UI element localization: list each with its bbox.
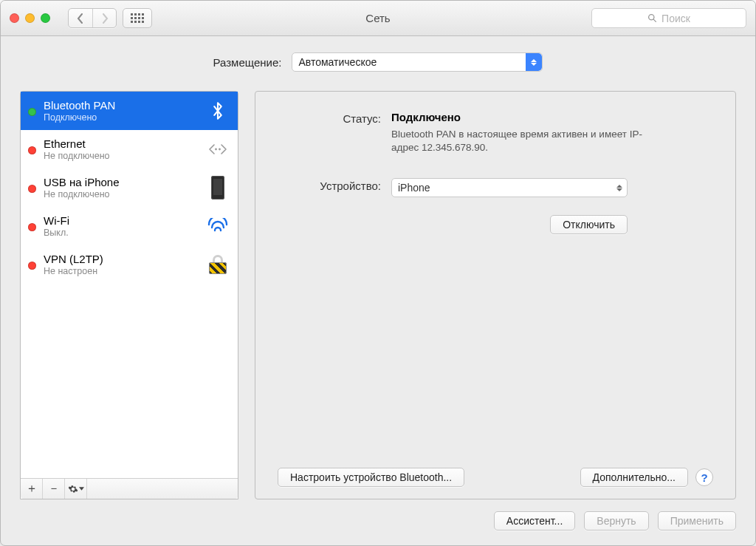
help-button[interactable]: ? bbox=[695, 468, 713, 486]
status-row: Статус: Подключено Bluetooth PAN в насто… bbox=[278, 111, 713, 154]
wifi-icon bbox=[205, 218, 230, 234]
device-select[interactable]: iPhone bbox=[391, 178, 628, 197]
sidebar-item-text: Ethernet Не подключено bbox=[44, 137, 198, 162]
status-value: Подключено bbox=[391, 111, 713, 123]
sidebar-item-vpn[interactable]: VPN (L2TP) Не настроен bbox=[21, 245, 238, 284]
svg-point-2 bbox=[215, 149, 217, 151]
revert-button[interactable]: Вернуть bbox=[584, 511, 648, 530]
sidebar-item-status: Подключено bbox=[44, 112, 198, 123]
configure-bluetooth-button[interactable]: Настроить устройство Bluetooth... bbox=[278, 468, 464, 487]
sidebar-item-usb-iphone[interactable]: USB на iPhone Не подключено bbox=[21, 168, 238, 207]
content: Bluetooth PAN Подключено Ethernet Не под… bbox=[1, 82, 755, 499]
device-row: Устройство: iPhone bbox=[278, 178, 713, 197]
disconnect-button[interactable]: Отключить bbox=[550, 215, 628, 234]
location-row: Размещение: Автоматическое bbox=[1, 36, 755, 82]
advanced-button[interactable]: Дополнительно... bbox=[580, 468, 688, 487]
detail-panel: Статус: Подключено Bluetooth PAN в насто… bbox=[255, 91, 736, 499]
device-value: iPhone bbox=[398, 182, 430, 194]
svg-point-3 bbox=[219, 149, 221, 151]
show-all-button[interactable] bbox=[123, 8, 152, 28]
location-select[interactable]: Автоматическое bbox=[292, 52, 543, 72]
iphone-icon bbox=[205, 176, 230, 199]
bluetooth-icon bbox=[205, 100, 230, 122]
status-dot-icon bbox=[28, 146, 36, 154]
assistant-button[interactable]: Ассистент... bbox=[494, 511, 575, 530]
search-icon bbox=[647, 13, 657, 23]
dropdown-arrows-icon bbox=[526, 53, 542, 71]
sidebar-item-status: Не настроен bbox=[44, 266, 198, 277]
sidebar-footer: ＋ － bbox=[21, 478, 238, 499]
status-dot-icon bbox=[28, 185, 36, 193]
sidebar-item-status: Выкл. bbox=[44, 228, 198, 239]
status-dot-icon bbox=[28, 223, 36, 231]
back-button[interactable] bbox=[69, 9, 92, 27]
sidebar-item-name: VPN (L2TP) bbox=[44, 253, 198, 266]
dropdown-arrows-icon bbox=[616, 185, 622, 191]
search-input[interactable]: Поиск bbox=[591, 8, 746, 28]
add-interface-button[interactable]: ＋ bbox=[21, 479, 43, 499]
forward-button[interactable] bbox=[92, 9, 116, 27]
minimize-button[interactable] bbox=[25, 13, 35, 23]
nav-segmented bbox=[68, 8, 117, 28]
gear-icon bbox=[68, 484, 78, 494]
sidebar-item-ethernet[interactable]: Ethernet Не подключено bbox=[21, 130, 238, 168]
status-value-block: Подключено Bluetooth PAN в настоящее вре… bbox=[391, 111, 713, 154]
grid-icon bbox=[131, 13, 144, 23]
lock-icon bbox=[205, 255, 230, 274]
remove-interface-button[interactable]: － bbox=[43, 479, 65, 499]
ethernet-icon bbox=[205, 141, 230, 157]
interfaces-sidebar: Bluetooth PAN Подключено Ethernet Не под… bbox=[20, 91, 238, 499]
window-controls bbox=[10, 13, 50, 23]
status-label: Статус: bbox=[278, 111, 381, 154]
toolbar-nav bbox=[68, 8, 152, 28]
search-placeholder: Поиск bbox=[662, 13, 690, 24]
sidebar-item-text: VPN (L2TP) Не настроен bbox=[44, 253, 198, 277]
interfaces-list: Bluetooth PAN Подключено Ethernet Не под… bbox=[21, 92, 238, 478]
sidebar-item-status: Не подключено bbox=[44, 151, 198, 162]
interface-actions-button[interactable] bbox=[65, 479, 87, 499]
close-button[interactable] bbox=[10, 13, 19, 23]
status-dot-icon bbox=[28, 108, 36, 116]
status-description: Bluetooth PAN в настоящее время активен … bbox=[391, 128, 642, 154]
preferences-window: Сеть Поиск Размещение: Автоматическое Bl… bbox=[0, 0, 756, 546]
status-dot-icon bbox=[28, 262, 36, 270]
sidebar-item-status: Не подключено bbox=[44, 189, 198, 200]
detail-bottom-row: Настроить устройство Bluetooth... Дополн… bbox=[278, 460, 713, 487]
sidebar-item-name: Ethernet bbox=[44, 137, 198, 151]
location-label: Размещение: bbox=[213, 56, 282, 69]
sidebar-item-name: Bluetooth PAN bbox=[44, 99, 198, 112]
titlebar: Сеть Поиск bbox=[1, 1, 755, 36]
disconnect-row: Отключить bbox=[278, 215, 713, 234]
sidebar-item-name: Wi-Fi bbox=[44, 214, 198, 228]
footer: Ассистент... Вернуть Применить bbox=[1, 499, 755, 545]
device-label: Устройство: bbox=[278, 178, 381, 197]
sidebar-item-text: USB на iPhone Не подключено bbox=[44, 176, 198, 200]
svg-line-1 bbox=[653, 19, 656, 21]
apply-button[interactable]: Применить bbox=[658, 511, 736, 530]
zoom-button[interactable] bbox=[41, 13, 50, 23]
chevron-down-icon bbox=[79, 487, 84, 491]
sidebar-item-name: USB на iPhone bbox=[44, 176, 198, 189]
sidebar-item-bluetooth-pan[interactable]: Bluetooth PAN Подключено bbox=[21, 92, 238, 130]
location-value: Автоматическое bbox=[298, 56, 377, 68]
sidebar-item-text: Wi-Fi Выкл. bbox=[44, 214, 198, 239]
sidebar-item-wifi[interactable]: Wi-Fi Выкл. bbox=[21, 207, 238, 245]
sidebar-item-text: Bluetooth PAN Подключено bbox=[44, 99, 198, 123]
